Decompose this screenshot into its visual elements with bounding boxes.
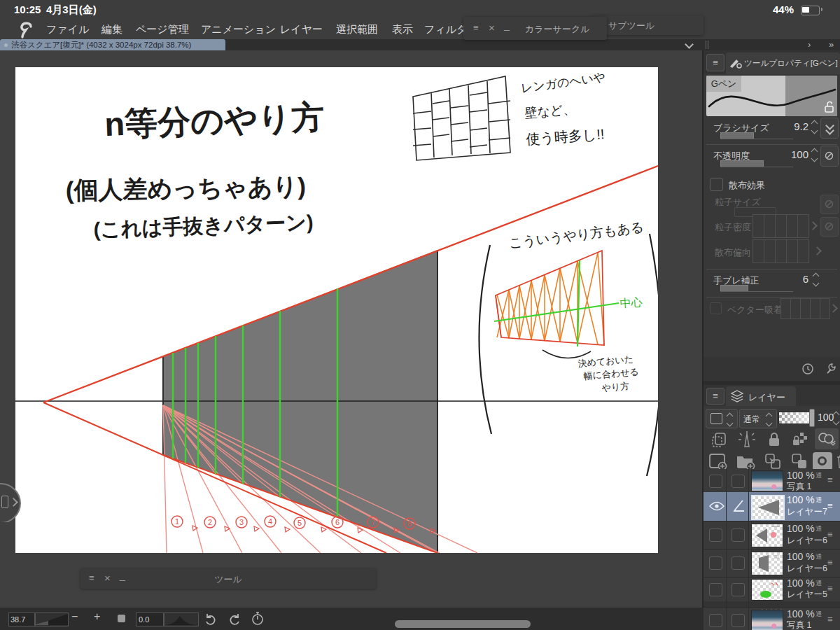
canvas[interactable]: 1 2 3 4 5 6 7 8 [15,67,658,553]
menu-item-animation[interactable]: アニメーション [201,23,276,36]
layer-drag-handle[interactable]: ≡ [827,557,833,568]
layer-opacity-value[interactable]: 100 [818,412,834,423]
layer-row[interactable]: 100 % 通 写真 1 ≡ [704,469,840,493]
layer-row[interactable]: 100 % 通 写真 1 ≡ [704,608,840,630]
brush-preview[interactable]: Gペン [706,76,837,116]
layer-row[interactable]: 100 % 通 レイヤー5 ≡ [704,577,840,602]
layer-row[interactable]: 100 % 通 レイヤー6 ≡ [704,549,840,578]
layer-drag-handle[interactable]: ≡ [827,583,833,594]
layer-thumbnail[interactable] [751,610,783,630]
panel-expand-all-icon[interactable]: » [829,39,834,50]
layer-edit-checkbox[interactable] [732,614,745,627]
brush-size-stepper[interactable] [812,121,817,133]
layer-opacity-handle[interactable] [809,409,815,427]
particle-density-expand-icon [808,221,818,230]
menu-item-view[interactable]: 表示 [392,23,413,36]
stabilization-slider[interactable] [720,286,793,292]
layer-edit-checkbox[interactable] [732,528,745,542]
subtool-window-titlebar[interactable]: サブツール [592,15,704,35]
clipping-mask-icon[interactable] [710,431,727,449]
layer-edit-checkbox[interactable] [732,475,745,488]
redo-button[interactable] [228,612,241,625]
menu-item-edit[interactable]: 編集 [102,23,122,36]
menu-item-layer[interactable]: レイヤー [280,23,323,36]
opacity-effect-button[interactable] [820,146,839,167]
layer-row[interactable]: 100 % 通 レイヤー6 ≡ [704,521,840,550]
window-menu-icon[interactable]: ≡ [473,22,479,33]
layer-edit-checkbox[interactable] [732,556,745,570]
layer-visibility-checkbox[interactable] [709,614,722,627]
layer-edit-checkbox[interactable] [732,583,745,596]
layer-drag-handle[interactable]: ≡ [827,475,833,485]
unlock-icon[interactable] [824,101,834,113]
layer-drag-handle[interactable]: ≡ [827,500,833,511]
palette-color-button[interactable] [706,409,738,428]
menu-item-page[interactable]: ページ管理 [136,23,189,36]
layer-opacity-stepper[interactable] [834,412,839,424]
timelapse-button[interactable] [251,612,264,625]
new-layer-button[interactable] [709,452,727,470]
layer-thumbnail[interactable] [751,470,783,491]
brush-size-slider[interactable] [720,133,793,139]
layer-list-splitter[interactable]: · · · · · [704,601,840,608]
opacity-value[interactable]: 100 [783,148,808,160]
lock-transparent-pixel-icon[interactable] [792,431,808,448]
tab-list-chevron-icon[interactable] [685,40,694,49]
merge-with-lower-layer-button[interactable] [790,452,808,470]
tool-property-menu-button[interactable]: ≡ [706,54,724,71]
window-close-icon[interactable]: × [489,22,495,34]
svg-text:5: 5 [298,519,302,527]
zoom-slider[interactable] [35,612,69,626]
stabilization-value[interactable]: 6 [794,273,808,285]
tool-property-tab[interactable]: ツールプロパティ[Gペン] [726,52,840,74]
layer-drag-handle[interactable]: ≡ [827,614,833,624]
brush-size-value[interactable]: 9.2 [786,120,808,132]
document-tab[interactable]: 渋谷スクエア[復元]* (4032 x 3024px 72dpi 38.7%) [0,39,225,50]
horizontal-scrollbar[interactable] [395,620,531,628]
wrench-icon[interactable] [824,363,836,375]
undo-button[interactable] [204,612,217,625]
layer-thumbnail[interactable] [751,552,783,575]
layer-visibility-checkbox[interactable] [709,528,722,542]
layer-visibility-checkbox[interactable] [709,583,722,596]
layer-panel-tab[interactable]: レイヤー [726,386,796,406]
tool-window-titlebar[interactable]: ≡ × _ ツール [80,568,376,589]
menu-item-file[interactable]: ファイル [46,23,89,36]
layer-panel-menu-button[interactable]: ≡ [706,388,724,405]
history-icon[interactable] [802,363,814,375]
color-circle-window-titlebar[interactable]: ≡ × _ カラーサークル [463,17,607,40]
transfer-to-lower-layer-button[interactable] [764,452,782,470]
opacity-stepper[interactable] [812,149,817,161]
new-folder-button[interactable] [736,452,755,470]
particle-density-segments [753,214,809,238]
scatter-effect-checkbox[interactable] [710,178,723,191]
panel-expand-icon[interactable]: › [808,39,811,50]
zoom-out-button[interactable]: − [71,610,78,623]
layer-thumbnail[interactable] [751,524,783,547]
blend-mode-select[interactable]: 通常 [739,409,777,428]
lock-layer-icon[interactable] [766,431,782,448]
fit-to-screen-button[interactable] [118,615,125,622]
rotate-value-box[interactable]: 0.0 [136,612,164,626]
layer-mask-button[interactable] [813,452,832,470]
layer-drag-handle[interactable]: ≡ [827,529,833,540]
visibility-eye-icon[interactable] [709,501,724,511]
opacity-slider[interactable] [720,161,793,167]
menu-item-selection[interactable]: 選択範囲 [336,23,378,36]
stabilization-stepper[interactable] [813,274,818,286]
brush-size-dynamics-button[interactable] [820,118,839,139]
palette-dock-handle[interactable] [0,483,21,522]
layer-visibility-checkbox[interactable] [709,556,722,570]
delete-layer-button[interactable] [835,452,840,470]
clip-studio-logo-icon[interactable] [17,20,35,38]
window-minimize-icon[interactable]: _ [504,20,510,31]
layer-row-selected[interactable]: 100 % 通 レイヤー7 ≡ [704,492,840,522]
layer-thumbnail[interactable] [751,495,785,520]
reference-layer-icon[interactable] [738,430,755,449]
layer-visibility-checkbox[interactable] [709,475,722,488]
rotate-slider[interactable] [164,612,199,626]
zoom-in-button[interactable]: + [94,610,100,623]
enable-mask-button[interactable] [815,428,839,449]
layer-thumbnail[interactable] [751,579,783,601]
zoom-value-box[interactable]: 38.7 [8,612,35,626]
